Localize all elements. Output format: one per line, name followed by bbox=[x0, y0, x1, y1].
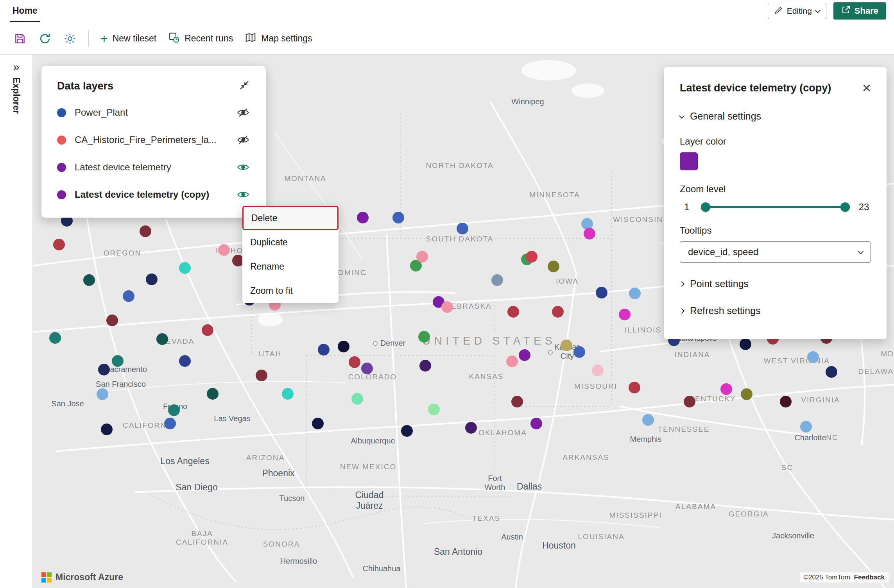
telemetry-point[interactable] bbox=[207, 388, 219, 400]
telemetry-point[interactable] bbox=[146, 273, 158, 285]
map-settings-button[interactable]: Map settings bbox=[245, 32, 312, 46]
telemetry-point[interactable] bbox=[338, 341, 349, 352]
telemetry-point[interactable] bbox=[741, 388, 752, 400]
telemetry-point[interactable] bbox=[53, 239, 65, 250]
slider-handle-max[interactable] bbox=[840, 202, 850, 212]
zoom-level-label: Zoom level bbox=[680, 184, 871, 195]
telemetry-point[interactable] bbox=[164, 418, 176, 429]
telemetry-point[interactable] bbox=[720, 383, 732, 395]
telemetry-point[interactable] bbox=[807, 351, 819, 363]
telemetry-point[interactable] bbox=[519, 349, 530, 361]
telemetry-point[interactable] bbox=[416, 251, 428, 263]
telemetry-point[interactable] bbox=[156, 333, 168, 345]
save-button[interactable] bbox=[13, 32, 27, 45]
telemetry-point[interactable] bbox=[584, 228, 595, 239]
layer-row-power-plant[interactable]: Power_Plant bbox=[57, 99, 250, 126]
telemetry-point[interactable] bbox=[98, 364, 110, 375]
telemetry-point[interactable] bbox=[642, 414, 654, 426]
telemetry-point[interactable] bbox=[419, 360, 431, 372]
slider-track[interactable] bbox=[702, 202, 849, 212]
telemetry-point[interactable] bbox=[256, 370, 267, 381]
explorer-label: Explorer bbox=[11, 77, 21, 114]
telemetry-point[interactable] bbox=[112, 355, 124, 367]
telemetry-point[interactable] bbox=[780, 396, 792, 407]
visibility-off-icon[interactable] bbox=[236, 134, 250, 146]
context-menu-duplicate[interactable]: Duplicate bbox=[242, 230, 339, 254]
expand-explorer-icon[interactable]: » bbox=[13, 60, 20, 73]
layer-row-fire-perimeters[interactable]: CA_Historic_Fire_Perimeters_la... bbox=[57, 126, 250, 154]
layer-color-swatch[interactable] bbox=[680, 152, 698, 170]
telemetry-point[interactable] bbox=[349, 356, 360, 368]
telemetry-point[interactable] bbox=[506, 356, 518, 367]
telemetry-point[interactable] bbox=[629, 382, 640, 393]
refresh-settings-section[interactable]: Refresh settings bbox=[680, 305, 871, 316]
visibility-off-icon[interactable] bbox=[236, 107, 250, 118]
telemetry-point[interactable] bbox=[507, 306, 519, 318]
telemetry-point[interactable] bbox=[179, 355, 191, 367]
recent-runs-label: Recent runs bbox=[185, 33, 233, 44]
telemetry-point[interactable] bbox=[357, 212, 369, 223]
visibility-on-icon[interactable] bbox=[236, 161, 250, 173]
telemetry-point[interactable] bbox=[548, 261, 559, 272]
telemetry-point[interactable] bbox=[312, 418, 324, 429]
telemetry-point[interactable] bbox=[418, 331, 430, 343]
telemetry-point[interactable] bbox=[530, 418, 542, 429]
telemetry-point[interactable] bbox=[218, 244, 230, 256]
telemetry-point[interactable] bbox=[573, 346, 585, 358]
telemetry-point[interactable] bbox=[592, 365, 604, 376]
telemetry-point[interactable] bbox=[428, 404, 440, 415]
visibility-on-icon[interactable] bbox=[236, 189, 250, 200]
telemetry-point[interactable] bbox=[684, 396, 695, 407]
new-tileset-button[interactable]: + New tileset bbox=[100, 33, 156, 45]
telemetry-point[interactable] bbox=[826, 366, 837, 378]
telemetry-point[interactable] bbox=[511, 396, 523, 407]
tab-home[interactable]: Home bbox=[10, 0, 40, 22]
editing-mode-button[interactable]: Editing bbox=[768, 3, 826, 19]
telemetry-point[interactable] bbox=[629, 288, 641, 299]
telemetry-point[interactable] bbox=[491, 274, 503, 286]
tooltips-dropdown[interactable]: device_id, speed bbox=[680, 241, 871, 263]
telemetry-point[interactable] bbox=[596, 287, 607, 298]
telemetry-point[interactable] bbox=[361, 363, 373, 374]
telemetry-point[interactable] bbox=[465, 422, 477, 434]
context-menu-delete[interactable]: Delete bbox=[242, 206, 339, 230]
general-settings-label: General settings bbox=[690, 111, 761, 122]
telemetry-point[interactable] bbox=[552, 306, 564, 318]
context-menu-rename[interactable]: Rename bbox=[242, 254, 339, 279]
telemetry-point[interactable] bbox=[457, 223, 468, 234]
telemetry-point[interactable] bbox=[800, 421, 812, 433]
share-button[interactable]: Share bbox=[833, 2, 886, 20]
telemetry-point[interactable] bbox=[202, 324, 213, 336]
telemetry-point[interactable] bbox=[97, 388, 108, 400]
telemetry-point[interactable] bbox=[526, 251, 537, 263]
refresh-button[interactable] bbox=[38, 32, 52, 45]
telemetry-point[interactable] bbox=[619, 309, 631, 320]
settings-gear-button[interactable] bbox=[63, 32, 77, 45]
telemetry-point[interactable] bbox=[49, 332, 61, 344]
context-menu-zoom-to-fit[interactable]: Zoom to fit bbox=[242, 279, 339, 303]
collapse-panel-icon[interactable] bbox=[238, 79, 250, 93]
telemetry-point[interactable] bbox=[740, 338, 751, 350]
telemetry-point[interactable] bbox=[106, 315, 118, 326]
layer-row-latest-telemetry-copy[interactable]: Latest device telemetry (copy) bbox=[57, 181, 250, 208]
telemetry-point[interactable] bbox=[123, 290, 134, 302]
telemetry-point[interactable] bbox=[101, 424, 113, 435]
telemetry-point[interactable] bbox=[351, 393, 363, 405]
layer-row-latest-telemetry[interactable]: Latest device telemetry bbox=[57, 154, 250, 181]
telemetry-point[interactable] bbox=[140, 225, 151, 237]
slider-handle-min[interactable] bbox=[701, 202, 710, 212]
telemetry-point[interactable] bbox=[168, 404, 180, 416]
close-icon[interactable]: × bbox=[862, 82, 871, 94]
feedback-link[interactable]: Feedback bbox=[854, 574, 885, 581]
general-settings-section[interactable]: General settings bbox=[680, 111, 871, 122]
recent-runs-button[interactable]: Recent runs bbox=[168, 32, 233, 46]
telemetry-point[interactable] bbox=[561, 340, 572, 351]
telemetry-point[interactable] bbox=[441, 301, 453, 313]
telemetry-point[interactable] bbox=[392, 212, 404, 223]
telemetry-point[interactable] bbox=[83, 274, 95, 286]
telemetry-point[interactable] bbox=[401, 425, 413, 437]
telemetry-point[interactable] bbox=[318, 344, 330, 356]
telemetry-point[interactable] bbox=[179, 262, 191, 274]
telemetry-point[interactable] bbox=[282, 388, 294, 400]
point-settings-section[interactable]: Point settings bbox=[680, 278, 871, 290]
